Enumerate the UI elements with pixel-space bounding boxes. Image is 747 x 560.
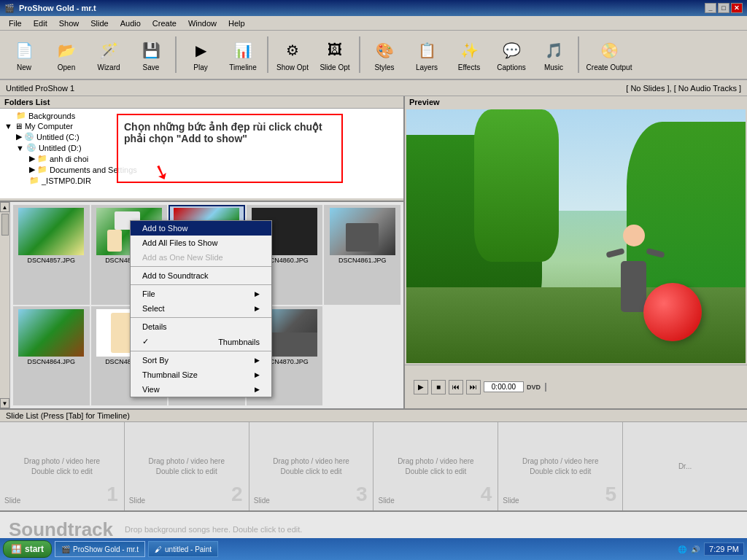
ctx-thumbnails-check: ✓ (142, 337, 149, 346)
ctx-file[interactable]: File ▶ (131, 287, 271, 301)
tree-item-label: My Computer (25, 122, 73, 131)
ctx-select[interactable]: Select ▶ (131, 301, 271, 316)
ctx-sort-by[interactable]: Sort By ▶ (131, 353, 271, 368)
preview-image (406, 109, 746, 363)
toolbar-music[interactable]: 🎵 Music (534, 34, 573, 76)
instruction-box: Chọn những bức ảnh đẹp rùi click chuột p… (117, 114, 343, 183)
layers-icon: 📋 (415, 39, 438, 62)
thumb-label-0: DSCN4857.JPG (16, 257, 87, 264)
proshow-taskbar-icon: 🎬 (61, 545, 70, 553)
menu-create[interactable]: Create (147, 18, 182, 29)
soundtrack-title: Soundtrack (9, 518, 113, 541)
transport-controls: ▶ ■ ⏮ ⏭ 0:00.00 DVD 0 500 1000 (405, 365, 747, 408)
slide-number-5: 5 (605, 483, 617, 506)
toolbar-new[interactable]: 📄 New (4, 34, 44, 76)
menubar: File Edit Show Slide Audio Create Window… (0, 16, 747, 31)
toolbar-slideopt[interactable]: 🖼 Slide Opt (315, 34, 355, 76)
slide-list-body: Drag photo / video hereDouble click to e… (0, 422, 747, 510)
dvd-label: DVD (527, 384, 541, 391)
toolbar-save-label: Save (143, 63, 160, 71)
stop-btn[interactable]: ■ (431, 380, 446, 394)
menu-edit[interactable]: Edit (28, 18, 53, 29)
slide-slot-1[interactable]: Drag photo / video hereDouble click to e… (0, 422, 125, 510)
ctx-thumbnails[interactable]: ✓ Thumbnails (131, 334, 271, 349)
slide-list-header: Slide List (Press [Tab] for Timeline) (0, 410, 747, 422)
ctx-sort-arrow: ▶ (255, 357, 260, 364)
tree-item-label: Untitled (C:) (36, 133, 80, 141)
menu-help[interactable]: Help (222, 18, 251, 29)
toolbar-save[interactable]: 💾 Save (131, 34, 171, 76)
ctx-sep-1 (131, 266, 271, 267)
toolbar-showopt[interactable]: ⚙ Show Opt (273, 34, 312, 76)
ctx-add-to-show[interactable]: Add to Show (131, 221, 271, 236)
toolbar-effects[interactable]: ✨ Effects (449, 34, 489, 76)
menu-file[interactable]: File (3, 18, 28, 29)
slide-list-label: Slide List (Press [Tab] for Timeline) (6, 411, 130, 420)
toolbar-sep-4 (578, 36, 579, 73)
rewind-btn[interactable]: ⏮ (449, 380, 463, 394)
system-clock: 7:29 PM (704, 542, 744, 556)
forward-btn[interactable]: ⏭ (466, 380, 481, 394)
toolbar-play[interactable]: ▶ Play (181, 34, 220, 76)
slide-slot-2[interactable]: Drag photo / video hereDouble click to e… (125, 422, 249, 510)
ctx-add-all-files[interactable]: Add All Files to Show (131, 236, 271, 250)
menu-audio[interactable]: Audio (115, 18, 147, 29)
file-thumb-0[interactable]: DSCN4857.JPG (13, 205, 90, 305)
ctx-add-as-one: Add as One New Slide (131, 250, 271, 265)
slide-slot-4[interactable]: Drag photo / video hereDouble click to e… (374, 422, 498, 510)
toolbar: 📄 New 📂 Open 🪄 Wizard 💾 Save ▶ Play 📊 Ti… (0, 31, 747, 80)
toolbar-open[interactable]: 📂 Open (47, 34, 86, 76)
slide-number-1: 1 (107, 483, 118, 506)
ctx-details[interactable]: Details (131, 319, 271, 334)
ctx-file-label: File (142, 289, 155, 298)
slide-label-3: Slide (254, 497, 270, 505)
slide-slot-6[interactable]: Dr... (623, 422, 747, 510)
expand-icon: ▶ (29, 154, 35, 163)
menu-show[interactable]: Show (53, 18, 85, 29)
slide-slot-5[interactable]: Drag photo / video hereDouble click to e… (498, 422, 623, 510)
scroll-down-btn[interactable]: ▼ (0, 398, 9, 408)
minimize-button[interactable]: _ (705, 3, 716, 13)
ctx-view[interactable]: View ▶ (131, 382, 271, 397)
toolbar-captions[interactable]: 💬 Captions (492, 34, 531, 76)
toolbar-timeline-label: Timeline (229, 63, 256, 71)
taskbar-paint[interactable]: 🖌 untitled - Paint (148, 541, 218, 557)
wizard-icon: 🪄 (97, 39, 120, 62)
taskbar-proshow[interactable]: 🎬 ProShow Gold - mr.t (55, 541, 145, 557)
scroll-thumb[interactable] (1, 214, 9, 236)
expand-icon: ▼ (4, 122, 12, 131)
ctx-thumbnails-label: Thumbnails (218, 338, 260, 346)
maximize-button[interactable]: □ (718, 3, 729, 13)
start-button[interactable]: 🪟 start (3, 540, 52, 558)
slide-slot-3[interactable]: Drag photo / video hereDouble click to e… (249, 422, 374, 510)
expand-icon: ▶ (29, 165, 35, 174)
folders-label: Folders List (4, 98, 50, 106)
toolbar-styles[interactable]: 🎨 Styles (365, 34, 404, 76)
ctx-thumbnail-size[interactable]: Thumbnail Size ▶ (131, 368, 271, 382)
window-title: ProShow Gold - mr.t (19, 4, 96, 12)
paint-taskbar-icon: 🖌 (155, 545, 162, 553)
save-icon: 💾 (139, 39, 163, 62)
file-thumb-4[interactable]: DSCN4861.JPG (324, 205, 400, 305)
application-window: 🎬 ProShow Gold - mr.t _ □ ✕ File Edit Sh… (0, 0, 747, 560)
close-button[interactable]: ✕ (731, 3, 743, 13)
captions-icon: 💬 (500, 39, 523, 62)
ctx-select-label: Select (142, 304, 165, 313)
timeline-ruler[interactable]: 0 500 1000 1500 2000 2500 3000 3500 (545, 383, 546, 392)
play-icon: ▶ (189, 39, 212, 62)
slide-number-2: 2 (231, 483, 243, 506)
play-btn[interactable]: ▶ (414, 380, 428, 394)
toolbar-layers[interactable]: 📋 Layers (407, 34, 446, 76)
ctx-add-soundtrack[interactable]: Add to Soundtrack (131, 268, 271, 283)
menu-window[interactable]: Window (182, 18, 222, 29)
slide-list-section: Slide List (Press [Tab] for Timeline) Dr… (0, 408, 747, 510)
file-thumb-5[interactable]: DSCN4864.JPG (13, 306, 90, 406)
menu-slide[interactable]: Slide (85, 18, 114, 29)
toolbar-createoutput[interactable]: 📀 Create Output (584, 34, 635, 76)
volume-icon: 🔊 (691, 545, 700, 553)
preview-ball (643, 283, 702, 341)
toolbar-timeline[interactable]: 📊 Timeline (223, 34, 263, 76)
toolbar-wizard[interactable]: 🪄 Wizard (89, 34, 128, 76)
slide-drag-text-6: Dr... (678, 462, 692, 470)
scroll-up-btn[interactable]: ▲ (0, 202, 9, 212)
